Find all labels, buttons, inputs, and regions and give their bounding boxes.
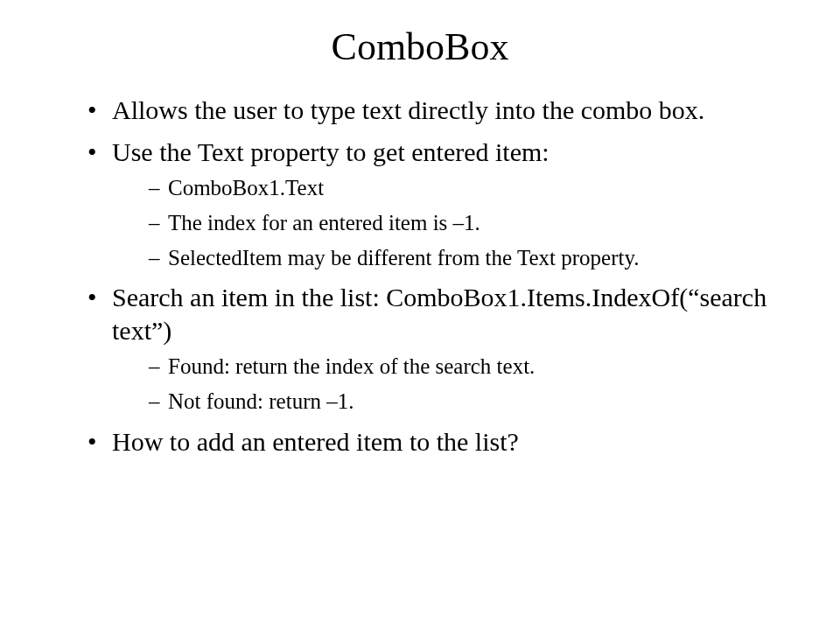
bullet-text: How to add an entered item to the list? bbox=[112, 427, 519, 456]
bullet-text: Search an item in the list: ComboBox1.It… bbox=[112, 283, 766, 345]
bullet-text: Found: return the index of the search te… bbox=[168, 354, 535, 378]
bullet-text: The index for an entered item is –1. bbox=[168, 211, 480, 234]
slide-title: ComboBox bbox=[52, 24, 788, 69]
bullet-text: Use the Text property to get entered ite… bbox=[112, 137, 550, 166]
list-item: Allows the user to type text directly in… bbox=[88, 94, 788, 127]
sub-bullet-list: ComboBox1.Text The index for an entered … bbox=[112, 173, 788, 272]
list-item: The index for an entered item is –1. bbox=[149, 208, 788, 238]
list-item: Search an item in the list: ComboBox1.It… bbox=[88, 281, 788, 416]
list-item: Use the Text property to get entered ite… bbox=[88, 136, 788, 273]
list-item: Not found: return –1. bbox=[149, 387, 788, 416]
list-item: ComboBox1.Text bbox=[149, 173, 788, 203]
list-item: Found: return the index of the search te… bbox=[149, 352, 788, 382]
bullet-list: Allows the user to type text directly in… bbox=[52, 94, 788, 458]
slide-container: ComboBox Allows the user to type text di… bbox=[0, 0, 840, 630]
sub-bullet-list: Found: return the index of the search te… bbox=[112, 352, 788, 416]
bullet-text: Allows the user to type text directly in… bbox=[112, 95, 704, 124]
list-item: How to add an entered item to the list? bbox=[88, 425, 788, 458]
bullet-text: SelectedItem may be different from the T… bbox=[168, 246, 640, 270]
bullet-text: ComboBox1.Text bbox=[168, 176, 324, 200]
bullet-text: Not found: return –1. bbox=[168, 389, 354, 413]
list-item: SelectedItem may be different from the T… bbox=[149, 243, 788, 273]
